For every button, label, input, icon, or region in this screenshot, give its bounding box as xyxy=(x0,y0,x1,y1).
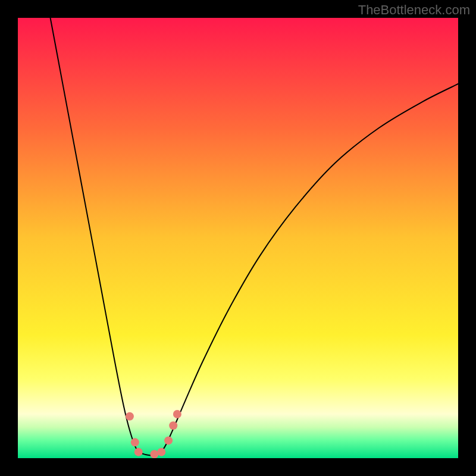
data-marker xyxy=(164,436,173,444)
gradient-background xyxy=(18,18,458,458)
data-marker xyxy=(157,448,165,456)
data-marker xyxy=(131,438,139,446)
plot-area xyxy=(18,18,458,458)
chart-stage: TheBottleneck.com xyxy=(0,0,476,476)
data-marker xyxy=(173,410,181,418)
bottleneck-chart xyxy=(18,18,458,458)
data-marker xyxy=(126,412,134,421)
data-marker xyxy=(134,448,143,456)
watermark-text: TheBottleneck.com xyxy=(358,2,470,18)
data-marker xyxy=(150,450,158,458)
data-marker xyxy=(169,421,177,430)
